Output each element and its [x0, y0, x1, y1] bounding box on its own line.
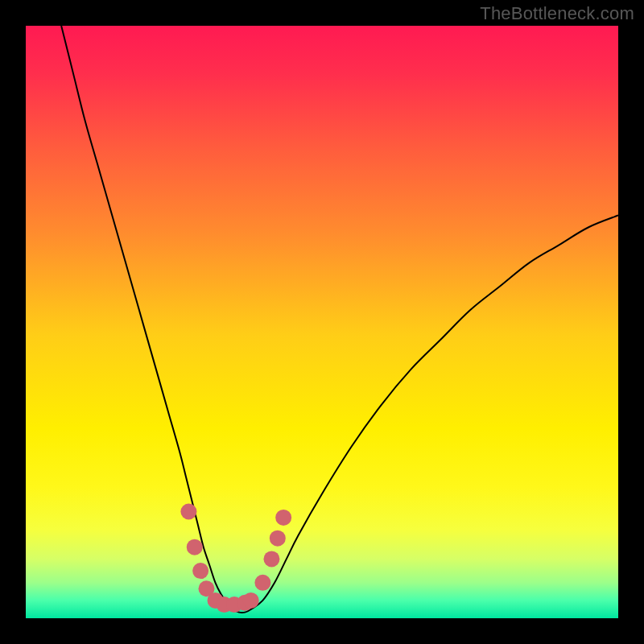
- gradient-background: [26, 26, 618, 618]
- highlight-dot: [243, 592, 259, 609]
- highlight-dot: [187, 539, 203, 555]
- plot-area: [26, 26, 618, 618]
- highlight-dot: [263, 551, 279, 567]
- chart-stage: TheBottleneck.com: [0, 0, 644, 644]
- bottleneck-chart: [26, 26, 618, 618]
- highlight-dot: [275, 510, 291, 526]
- watermark-text: TheBottleneck.com: [480, 3, 634, 24]
- highlight-dot: [254, 575, 270, 591]
- highlight-dot: [270, 530, 286, 547]
- highlight-dot: [192, 563, 208, 579]
- highlight-dot: [180, 504, 196, 520]
